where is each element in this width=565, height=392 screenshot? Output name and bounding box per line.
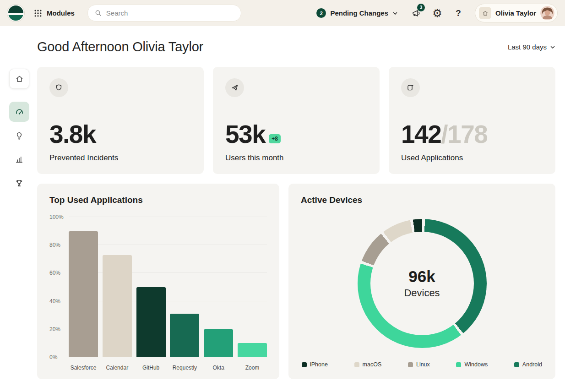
legend-swatch xyxy=(408,362,413,367)
sidebar xyxy=(9,69,29,193)
app-logo[interactable] xyxy=(7,5,24,22)
home-icon xyxy=(15,75,24,83)
bar-chart-title: Top Used Applications xyxy=(49,195,267,205)
main-content: Good Afternoon Olivia Taylor Last 90 day… xyxy=(37,26,555,379)
date-range-selector[interactable]: Last 90 days xyxy=(508,43,555,51)
bar-requestly xyxy=(170,314,199,357)
legend-item-windows: Windows xyxy=(456,361,488,368)
bar-github xyxy=(136,287,166,357)
stat-label: Users this month xyxy=(225,153,367,163)
legend-label: macOS xyxy=(363,361,382,368)
search-input[interactable] xyxy=(106,9,234,17)
legend-item-linux: Linux xyxy=(408,361,430,368)
help-button[interactable]: ? xyxy=(451,6,466,21)
donut-center-label: Devices xyxy=(404,287,440,299)
stat-card-used-applications: 142 /178 Used Applications xyxy=(389,67,555,174)
sidebar-item-achievements[interactable] xyxy=(9,173,29,193)
date-range-label: Last 90 days xyxy=(508,43,547,51)
chevron-down-icon xyxy=(392,11,398,16)
user-name: Olivia Taylor xyxy=(495,9,536,17)
stat-label: Used Applications xyxy=(401,153,543,163)
send-icon xyxy=(225,78,244,97)
legend-swatch xyxy=(456,362,461,367)
avatar xyxy=(540,6,554,20)
legend-label: Android xyxy=(522,361,542,368)
legend-item-android: Android xyxy=(514,361,542,368)
legend-label: iPhone xyxy=(310,361,328,368)
search-box[interactable] xyxy=(87,5,241,22)
x-axis-label: Calendar xyxy=(103,365,132,371)
notifications-count-badge: 3 xyxy=(417,4,425,11)
sidebar-item-home[interactable] xyxy=(9,69,29,89)
bar-plot xyxy=(69,217,267,357)
grid-icon xyxy=(33,9,43,18)
active-devices-card: Active Devices 96k Devices iPhonemacOSLi… xyxy=(288,184,555,379)
legend-swatch xyxy=(302,362,307,367)
donut-chart-title: Active Devices xyxy=(301,195,543,205)
app-window-icon xyxy=(401,78,420,97)
settings-button[interactable]: ⚙ xyxy=(430,6,445,21)
pending-changes-label: Pending Changes xyxy=(330,9,388,17)
x-axis-label: Salesforce xyxy=(69,365,98,371)
topbar: Modules 2 Pending Changes 3 ⚙ xyxy=(0,0,565,26)
trophy-icon xyxy=(15,179,24,188)
donut-legend: iPhonemacOSLinuxWindowsAndroid xyxy=(301,361,543,368)
legend-item-macos: macOS xyxy=(354,361,382,368)
stat-label: Prevented Incidents xyxy=(49,153,191,163)
chevron-down-icon xyxy=(550,44,555,50)
bar-salesforce xyxy=(69,231,98,357)
donut-center-value: 96k xyxy=(408,267,435,286)
stat-value: 142 xyxy=(401,122,441,146)
bar-okta xyxy=(204,329,233,357)
bar-calendar xyxy=(103,255,132,357)
search-icon xyxy=(94,9,102,17)
bar-y-axis: 0%20%40%60%80%100% xyxy=(49,217,69,357)
pending-changes-button[interactable]: 2 Pending Changes xyxy=(316,8,398,18)
stat-card-users-this-month: 53k +8 Users this month xyxy=(213,67,380,174)
donut-ring: 96k Devices xyxy=(358,219,487,348)
bar-chart-icon xyxy=(15,155,24,164)
stat-delta-badge: +8 xyxy=(269,134,281,143)
stat-value-total: /178 xyxy=(441,122,487,146)
org-home-icon xyxy=(479,7,491,19)
y-tick-label: 60% xyxy=(49,270,60,276)
y-tick-label: 100% xyxy=(49,214,64,220)
help-icon: ? xyxy=(456,8,461,18)
top-used-applications-card: Top Used Applications 0%20%40%60%80%100%… xyxy=(37,184,279,379)
user-menu[interactable]: Olivia Taylor xyxy=(475,4,558,22)
y-tick-label: 0% xyxy=(49,354,57,360)
legend-label: Windows xyxy=(464,361,488,368)
lightbulb-icon xyxy=(15,131,24,140)
legend-item-iphone: iPhone xyxy=(302,361,328,368)
sidebar-item-insights[interactable] xyxy=(9,125,29,146)
x-axis-label: Requestly xyxy=(170,365,199,371)
x-axis-label: Zoom xyxy=(238,365,267,371)
charts-row: Top Used Applications 0%20%40%60%80%100%… xyxy=(37,184,555,379)
legend-swatch xyxy=(354,362,359,367)
stat-card-prevented-incidents: 3.8k Prevented Incidents xyxy=(37,67,204,174)
stats-row: 3.8k Prevented Incidents 53k +8 Users th… xyxy=(37,67,555,174)
announcements-button[interactable]: 3 xyxy=(409,6,424,21)
donut-center: 96k Devices xyxy=(370,232,474,335)
page-title: Good Afternoon Olivia Taylor xyxy=(37,39,203,54)
modules-label: Modules xyxy=(47,9,75,17)
shield-icon xyxy=(49,78,68,97)
donut-wrap: 96k Devices xyxy=(301,205,543,361)
x-axis-label: GitHub xyxy=(136,365,166,371)
gauge-icon xyxy=(15,107,24,117)
stat-value: 3.8k xyxy=(49,122,96,146)
legend-label: Linux xyxy=(416,361,430,368)
modules-button[interactable]: Modules xyxy=(33,9,75,18)
pending-changes-count-badge: 2 xyxy=(316,8,326,18)
sidebar-item-dashboard[interactable] xyxy=(9,102,29,122)
stat-value: 53k xyxy=(225,122,265,146)
sidebar-item-reports[interactable] xyxy=(9,149,29,169)
bar-x-labels: SalesforceCalendarGitHubRequestlyOktaZoo… xyxy=(69,365,267,371)
y-tick-label: 20% xyxy=(49,326,60,332)
x-axis-label: Okta xyxy=(204,365,233,371)
legend-swatch xyxy=(514,362,519,367)
y-tick-label: 80% xyxy=(49,242,60,248)
y-tick-label: 40% xyxy=(49,298,60,305)
gear-icon: ⚙ xyxy=(432,8,442,19)
bars xyxy=(69,217,267,357)
